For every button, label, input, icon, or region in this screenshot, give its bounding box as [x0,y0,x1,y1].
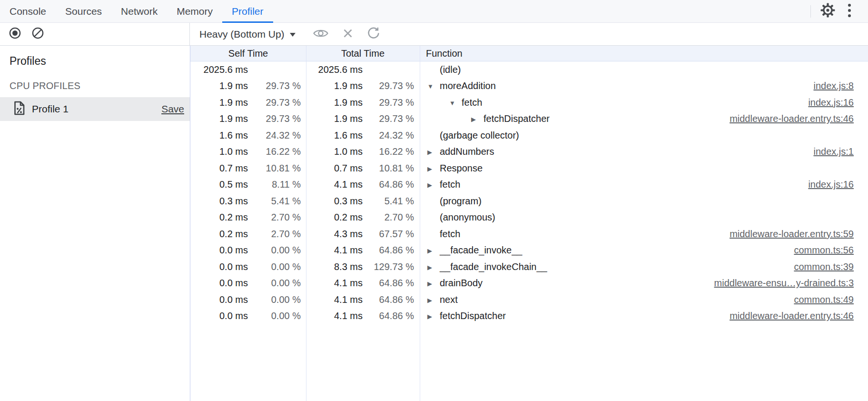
total-time-ms: 1.9 ms [306,80,363,91]
tree-arrow-icon[interactable]: ▼ [449,99,462,106]
table-row[interactable]: 0.0 ms 0.00 % 4.1 ms 64.86 % ▶ fetchDisp… [190,308,868,325]
table-row[interactable]: 1.9 ms 29.73 % 1.9 ms 29.73 % ▼ fetch in… [190,94,868,111]
function-cell: ▶ fetchDispatcher middleware-loader.entr… [420,111,868,128]
self-time-pct: 16.22 % [248,146,306,157]
exclude-function-button[interactable] [342,28,354,41]
tree-arrow-icon[interactable]: ▶ [427,247,440,254]
total-time-pct: 29.73 % [363,113,420,124]
eye-icon [313,32,329,40]
settings-button[interactable] [817,3,838,20]
view-mode-dropdown[interactable]: Heavy (Bottom Up) [199,29,296,40]
table-row[interactable]: 1.0 ms 16.22 % 1.0 ms 16.22 % ▶ addNumbe… [190,144,868,160]
table-row[interactable]: 0.0 ms 0.00 % 4.1 ms 64.86 % ▶ __facade_… [190,242,868,259]
self-time-cell: 2025.6 ms [190,61,306,78]
column-header-total-time[interactable]: Total Time [306,46,420,61]
column-header-self-time[interactable]: Self Time [190,46,306,61]
source-link[interactable]: index.js:16 [808,97,868,108]
table-row[interactable]: 2025.6 ms 2025.6 ms (idle) [190,61,868,78]
function-cell: ▶ fetch index.js:16 [420,177,868,193]
tree-arrow-icon[interactable]: ▶ [427,312,440,320]
tree-arrow-icon[interactable]: ▶ [471,115,483,122]
tree-arrow-icon [427,69,440,70]
total-time-pct: 29.73 % [363,97,420,108]
source-link[interactable]: middleware-ensu…y-drained.ts:3 [714,278,868,289]
table-row[interactable]: 1.9 ms 29.73 % 1.9 ms 29.73 % ▶ fetchDis… [190,111,868,128]
self-time-pct: 29.73 % [248,80,306,91]
tab-memory[interactable]: Memory [167,0,222,22]
total-time-ms: 0.7 ms [306,163,363,174]
function-name: next [440,294,458,305]
tab-network[interactable]: Network [111,0,167,22]
tree-arrow-icon[interactable]: ▶ [427,280,440,287]
tree-indent [420,70,427,70]
tab-console[interactable]: Console [0,0,56,22]
tree-arrow-icon[interactable]: ▼ [427,82,440,90]
column-header-function[interactable]: Function [420,46,868,61]
self-time-cell: 0.2 ms 2.70 % [190,210,306,226]
source-link[interactable]: index.js:8 [814,80,868,91]
profile-table-body: 2025.6 ms 2025.6 ms (idle) 1.9 ms 29.73 … [190,61,868,324]
tree-indent [420,316,427,316]
source-link[interactable]: index.js:16 [808,179,868,190]
profiles-sidebar: Profiles CPU PROFILES Profile 1 Save [0,46,190,401]
tree-arrow-icon[interactable]: ▶ [427,296,440,303]
total-time-cell: 2025.6 ms [306,61,420,78]
table-row[interactable]: 0.7 ms 10.81 % 0.7 ms 10.81 % ▶ Response [190,160,868,177]
devtools-window: Console Sources Network Memory Profiler [0,0,868,401]
table-row[interactable]: 0.2 ms 2.70 % 4.3 ms 67.57 % fetch middl… [190,226,868,242]
source-link[interactable]: common.ts:56 [794,245,868,256]
focus-function-button[interactable] [313,28,329,41]
total-time-cell: 4.1 ms 64.86 % [306,308,420,325]
total-time-ms: 4.1 ms [306,179,363,190]
total-time-ms: 8.3 ms [306,261,363,272]
panel-tabs: Console Sources Network Memory Profiler [0,0,273,22]
tab-sources[interactable]: Sources [56,0,111,22]
function-name: fetchDispatcher [483,113,550,124]
self-time-ms: 0.0 ms [190,278,248,289]
table-row[interactable]: 0.0 ms 0.00 % 4.1 ms 64.86 % ▶ drainBody… [190,275,868,292]
total-time-pct: 129.73 % [363,261,420,272]
source-link[interactable]: index.js:1 [814,146,868,157]
save-profile-link[interactable]: Save [161,103,184,115]
table-row[interactable]: 0.5 ms 8.11 % 4.1 ms 64.86 % ▶ fetch ind… [190,177,868,193]
source-link[interactable]: common.ts:39 [794,261,868,272]
self-time-cell: 0.0 ms 0.00 % [190,259,306,275]
total-time-pct: 16.22 % [363,146,420,157]
tree-arrow-icon[interactable]: ▶ [427,263,440,271]
source-link[interactable]: middleware-loader.entry.ts:46 [730,311,868,321]
source-link[interactable]: common.ts:49 [794,294,868,305]
cpu-profiles-heading: CPU PROFILES [10,80,190,91]
total-time-pct: 29.73 % [363,80,420,91]
self-time-cell: 0.5 ms 8.11 % [190,177,306,193]
restore-functions-button[interactable] [367,27,380,42]
clear-icon [31,27,44,41]
sidebar-title: Profiles [10,55,190,68]
table-header: Self Time Total Time Function [190,46,868,61]
tree-indent [420,283,427,283]
source-link[interactable]: middleware-loader.entry.ts:59 [730,229,868,240]
function-cell: fetch middleware-loader.entry.ts:59 [420,226,868,242]
record-button[interactable] [8,26,22,43]
profile-list-item[interactable]: Profile 1 Save [0,97,190,121]
table-row[interactable]: 0.0 ms 0.00 % 8.3 ms 129.73 % ▶ __facade… [190,259,868,275]
table-row[interactable]: 1.9 ms 29.73 % 1.9 ms 29.73 % ▼ moreAddi… [190,78,868,95]
self-time-pct: 29.73 % [248,97,306,108]
table-row[interactable]: 0.3 ms 5.41 % 0.3 ms 5.41 % (program) [190,193,868,210]
table-row[interactable]: 1.6 ms 24.32 % 1.6 ms 24.32 % (garbage c… [190,127,868,144]
total-time-pct: 10.81 % [363,163,420,174]
tree-arrow-icon[interactable]: ▶ [427,181,440,188]
tree-arrow-icon[interactable]: ▶ [427,165,440,172]
source-link[interactable]: middleware-loader.entry.ts:46 [730,113,868,124]
tree-indent [420,234,427,234]
table-row[interactable]: 0.0 ms 0.00 % 4.1 ms 64.86 % ▶ next comm… [190,291,868,308]
clear-button[interactable] [30,26,45,43]
tree-arrow-icon[interactable]: ▶ [427,148,440,155]
self-time-pct: 29.73 % [248,113,306,124]
self-time-ms: 1.6 ms [190,130,248,141]
function-cell: (garbage collector) [420,127,868,144]
profile-data-grid: Self Time Total Time Function 2025.6 ms … [190,46,868,401]
more-options-button[interactable] [838,3,860,20]
total-time-ms: 2025.6 ms [306,64,363,75]
tab-profiler[interactable]: Profiler [222,0,273,22]
table-row[interactable]: 0.2 ms 2.70 % 0.2 ms 2.70 % (anonymous) [190,210,868,226]
